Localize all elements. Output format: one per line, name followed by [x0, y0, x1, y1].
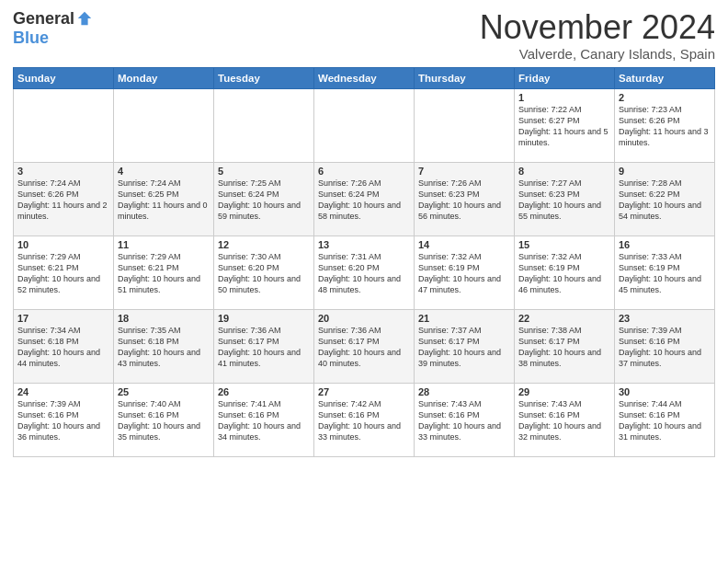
day-number: 13	[318, 239, 410, 250]
day-number: 26	[218, 386, 310, 397]
day-cell-3-6: 15Sunrise: 7:32 AM Sunset: 6:19 PM Dayli…	[515, 236, 615, 309]
day-info: Sunrise: 7:43 AM Sunset: 6:16 PM Dayligh…	[418, 398, 510, 443]
logo-icon	[76, 10, 93, 27]
day-cell-2-6: 8Sunrise: 7:27 AM Sunset: 6:23 PM Daylig…	[515, 162, 615, 236]
day-cell-5-4: 27Sunrise: 7:42 AM Sunset: 6:16 PM Dayli…	[314, 383, 415, 456]
day-cell-1-3	[214, 88, 314, 162]
day-number: 19	[218, 313, 310, 324]
day-cell-3-1: 10Sunrise: 7:29 AM Sunset: 6:21 PM Dayli…	[14, 236, 114, 309]
day-cell-5-3: 26Sunrise: 7:41 AM Sunset: 6:16 PM Dayli…	[214, 383, 314, 456]
day-number: 2	[619, 92, 711, 103]
day-cell-2-5: 7Sunrise: 7:26 AM Sunset: 6:23 PM Daylig…	[415, 162, 515, 236]
day-info: Sunrise: 7:31 AM Sunset: 6:20 PM Dayligh…	[318, 251, 410, 296]
day-cell-5-2: 25Sunrise: 7:40 AM Sunset: 6:16 PM Dayli…	[114, 383, 214, 456]
month-title: November 2024	[480, 9, 715, 46]
day-info: Sunrise: 7:35 AM Sunset: 6:18 PM Dayligh…	[118, 325, 210, 370]
header: General Blue November 2024 Valverde, Can…	[13, 9, 715, 62]
day-number: 21	[418, 313, 510, 324]
day-info: Sunrise: 7:25 AM Sunset: 6:24 PM Dayligh…	[218, 178, 310, 223]
day-cell-2-3: 5Sunrise: 7:25 AM Sunset: 6:24 PM Daylig…	[214, 162, 314, 236]
day-cell-5-1: 24Sunrise: 7:39 AM Sunset: 6:16 PM Dayli…	[14, 383, 114, 456]
day-cell-1-5	[415, 88, 515, 162]
day-number: 15	[518, 239, 610, 250]
day-number: 27	[318, 386, 410, 397]
day-cell-3-3: 12Sunrise: 7:30 AM Sunset: 6:20 PM Dayli…	[214, 236, 314, 309]
day-cell-4-4: 20Sunrise: 7:36 AM Sunset: 6:17 PM Dayli…	[314, 309, 415, 383]
day-number: 25	[118, 386, 210, 397]
day-number: 24	[17, 386, 109, 397]
day-number: 18	[118, 313, 210, 324]
day-number: 6	[318, 166, 410, 177]
day-info: Sunrise: 7:28 AM Sunset: 6:22 PM Dayligh…	[619, 178, 711, 223]
day-info: Sunrise: 7:36 AM Sunset: 6:17 PM Dayligh…	[218, 325, 310, 370]
day-cell-4-2: 18Sunrise: 7:35 AM Sunset: 6:18 PM Dayli…	[114, 309, 214, 383]
week-row-3: 10Sunrise: 7:29 AM Sunset: 6:21 PM Dayli…	[14, 236, 715, 309]
day-cell-2-7: 9Sunrise: 7:28 AM Sunset: 6:22 PM Daylig…	[615, 162, 715, 236]
day-info: Sunrise: 7:22 AM Sunset: 6:27 PM Dayligh…	[518, 104, 610, 149]
day-info: Sunrise: 7:27 AM Sunset: 6:23 PM Dayligh…	[518, 178, 610, 223]
day-info: Sunrise: 7:29 AM Sunset: 6:21 PM Dayligh…	[118, 251, 210, 296]
day-number: 7	[418, 166, 510, 177]
weekday-header-sunday: Sunday	[14, 67, 114, 88]
day-cell-4-7: 23Sunrise: 7:39 AM Sunset: 6:16 PM Dayli…	[615, 309, 715, 383]
week-row-5: 24Sunrise: 7:39 AM Sunset: 6:16 PM Dayli…	[14, 383, 715, 456]
day-cell-5-7: 30Sunrise: 7:44 AM Sunset: 6:16 PM Dayli…	[615, 383, 715, 456]
day-cell-1-7: 2Sunrise: 7:23 AM Sunset: 6:26 PM Daylig…	[615, 88, 715, 162]
day-cell-5-6: 29Sunrise: 7:43 AM Sunset: 6:16 PM Dayli…	[515, 383, 615, 456]
calendar-table: SundayMondayTuesdayWednesdayThursdayFrid…	[13, 67, 715, 457]
logo: General Blue	[13, 9, 93, 48]
day-number: 3	[17, 166, 109, 177]
week-row-4: 17Sunrise: 7:34 AM Sunset: 6:18 PM Dayli…	[14, 309, 715, 383]
day-info: Sunrise: 7:44 AM Sunset: 6:16 PM Dayligh…	[619, 398, 711, 443]
day-info: Sunrise: 7:41 AM Sunset: 6:16 PM Dayligh…	[218, 398, 310, 443]
day-cell-3-2: 11Sunrise: 7:29 AM Sunset: 6:21 PM Dayli…	[114, 236, 214, 309]
day-number: 28	[418, 386, 510, 397]
day-info: Sunrise: 7:26 AM Sunset: 6:23 PM Dayligh…	[418, 178, 510, 223]
day-cell-4-6: 22Sunrise: 7:38 AM Sunset: 6:17 PM Dayli…	[515, 309, 615, 383]
day-info: Sunrise: 7:33 AM Sunset: 6:19 PM Dayligh…	[619, 251, 711, 296]
day-number: 1	[518, 92, 610, 103]
day-info: Sunrise: 7:38 AM Sunset: 6:17 PM Dayligh…	[518, 325, 610, 370]
day-info: Sunrise: 7:43 AM Sunset: 6:16 PM Dayligh…	[518, 398, 610, 443]
day-info: Sunrise: 7:24 AM Sunset: 6:25 PM Dayligh…	[118, 178, 210, 223]
day-info: Sunrise: 7:29 AM Sunset: 6:21 PM Dayligh…	[17, 251, 109, 296]
day-number: 22	[518, 313, 610, 324]
day-cell-1-6: 1Sunrise: 7:22 AM Sunset: 6:27 PM Daylig…	[515, 88, 615, 162]
day-info: Sunrise: 7:30 AM Sunset: 6:20 PM Dayligh…	[218, 251, 310, 296]
day-info: Sunrise: 7:32 AM Sunset: 6:19 PM Dayligh…	[518, 251, 610, 296]
day-cell-1-1	[14, 88, 114, 162]
day-number: 14	[418, 239, 510, 250]
svg-marker-0	[78, 12, 91, 25]
day-info: Sunrise: 7:39 AM Sunset: 6:16 PM Dayligh…	[17, 398, 109, 443]
day-number: 17	[17, 313, 109, 324]
weekday-header-thursday: Thursday	[415, 67, 515, 88]
day-number: 10	[17, 239, 109, 250]
day-number: 20	[318, 313, 410, 324]
title-block: November 2024 Valverde, Canary Islands, …	[480, 9, 715, 62]
day-cell-2-2: 4Sunrise: 7:24 AM Sunset: 6:25 PM Daylig…	[114, 162, 214, 236]
day-number: 12	[218, 239, 310, 250]
day-number: 30	[619, 386, 711, 397]
day-info: Sunrise: 7:40 AM Sunset: 6:16 PM Dayligh…	[118, 398, 210, 443]
day-info: Sunrise: 7:42 AM Sunset: 6:16 PM Dayligh…	[318, 398, 410, 443]
week-row-2: 3Sunrise: 7:24 AM Sunset: 6:26 PM Daylig…	[14, 162, 715, 236]
week-row-1: 1Sunrise: 7:22 AM Sunset: 6:27 PM Daylig…	[14, 88, 715, 162]
day-cell-1-4	[314, 88, 415, 162]
day-cell-3-7: 16Sunrise: 7:33 AM Sunset: 6:19 PM Dayli…	[615, 236, 715, 309]
day-cell-1-2	[114, 88, 214, 162]
day-number: 23	[619, 313, 711, 324]
day-number: 4	[118, 166, 210, 177]
day-number: 8	[518, 166, 610, 177]
day-info: Sunrise: 7:32 AM Sunset: 6:19 PM Dayligh…	[418, 251, 510, 296]
day-info: Sunrise: 7:34 AM Sunset: 6:18 PM Dayligh…	[17, 325, 109, 370]
day-cell-2-4: 6Sunrise: 7:26 AM Sunset: 6:24 PM Daylig…	[314, 162, 415, 236]
day-info: Sunrise: 7:36 AM Sunset: 6:17 PM Dayligh…	[318, 325, 410, 370]
day-info: Sunrise: 7:24 AM Sunset: 6:26 PM Dayligh…	[17, 178, 109, 223]
logo-general-text: General	[13, 9, 74, 29]
day-info: Sunrise: 7:39 AM Sunset: 6:16 PM Dayligh…	[619, 325, 711, 370]
page-container: General Blue November 2024 Valverde, Can…	[0, 0, 728, 466]
weekday-header-wednesday: Wednesday	[314, 67, 415, 88]
day-cell-4-5: 21Sunrise: 7:37 AM Sunset: 6:17 PM Dayli…	[415, 309, 515, 383]
day-info: Sunrise: 7:23 AM Sunset: 6:26 PM Dayligh…	[619, 104, 711, 149]
day-cell-3-5: 14Sunrise: 7:32 AM Sunset: 6:19 PM Dayli…	[415, 236, 515, 309]
